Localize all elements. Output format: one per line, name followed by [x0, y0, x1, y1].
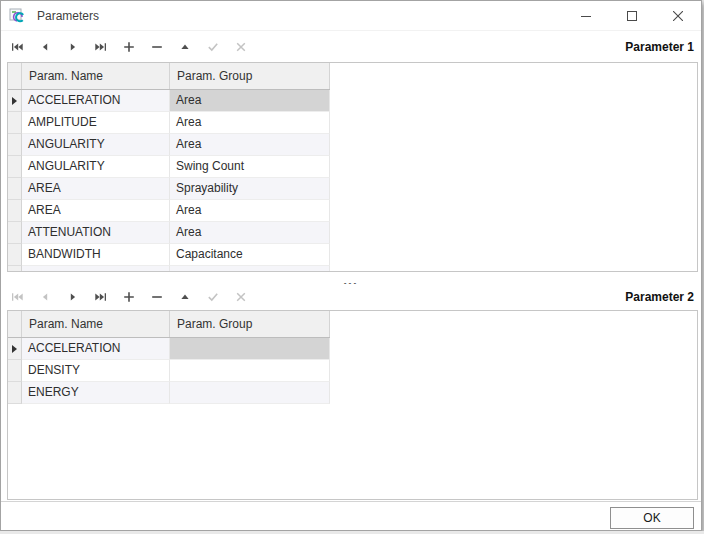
navigator-buttons	[1, 287, 257, 307]
current-row-arrow-icon	[12, 345, 17, 353]
cancel-button[interactable]	[229, 287, 253, 307]
last-button[interactable]	[89, 37, 113, 57]
param-name-cell[interactable]: AREA	[22, 178, 170, 200]
row-indicator	[8, 90, 22, 112]
table-row[interactable]: ACCELERATION	[8, 338, 330, 360]
grid-header: Param. Name Param. Group	[8, 311, 330, 338]
cancel-button[interactable]	[229, 37, 253, 57]
table-row[interactable]: AMPLITUDE Area	[8, 112, 330, 134]
first-button[interactable]	[5, 287, 29, 307]
row-indicator	[8, 112, 22, 134]
post-button[interactable]	[201, 287, 225, 307]
param-group-cell[interactable]: Capacitance	[170, 244, 330, 266]
table-row[interactable]: ATTENUATION Area	[8, 222, 330, 244]
param-group-cell[interactable]	[170, 382, 330, 404]
column-header-param-group[interactable]: Param. Group	[170, 311, 330, 337]
param-group-cell[interactable]: Area	[170, 200, 330, 222]
param-group-cell[interactable]: Sprayability	[170, 178, 330, 200]
maximize-button[interactable]	[609, 1, 655, 31]
next-button[interactable]	[61, 287, 85, 307]
table-row[interactable]: ENERGY	[8, 382, 330, 404]
app-icon	[9, 8, 25, 24]
panel-label-parameter-2: Parameter 2	[625, 290, 701, 304]
param-group-cell[interactable]: Area	[170, 222, 330, 244]
grid-header: Param. Name Param. Group	[8, 63, 330, 90]
param-name-cell[interactable]: AMPLITUDE	[22, 112, 170, 134]
param-name-cell[interactable]: DENSITY	[22, 360, 170, 382]
footer: OK	[1, 501, 701, 531]
table-row[interactable]: BANDWIDTH Capacitance	[8, 244, 330, 266]
param-name-cell[interactable]: ATTENUATION	[22, 222, 170, 244]
row-indicator	[8, 134, 22, 156]
post-button[interactable]	[201, 37, 225, 57]
last-button[interactable]	[89, 287, 113, 307]
titlebar[interactable]: Parameters	[1, 1, 701, 31]
column-header-param-group[interactable]: Param. Group	[170, 63, 330, 89]
param-name-cell[interactable]: BANDWIDTH	[22, 244, 170, 266]
indicator-header-cell	[8, 311, 22, 337]
splitter-handle[interactable]: •••	[1, 272, 701, 284]
next-button[interactable]	[61, 37, 85, 57]
param-name-cell[interactable]: ACCELERATION	[22, 338, 170, 360]
ok-button[interactable]: OK	[610, 507, 694, 529]
parameters-dialog: Parameters Parameter 1 Param. Name Param…	[0, 0, 702, 531]
partial-row	[8, 266, 330, 271]
navigator-buttons	[1, 37, 257, 57]
delete-button[interactable]	[145, 287, 169, 307]
minimize-button[interactable]	[563, 1, 609, 31]
panel-label-parameter-1: Parameter 1	[625, 40, 701, 54]
param-name-cell[interactable]: ACCELERATION	[22, 90, 170, 112]
grid-rows: ACCELERATION DENSITY ENERGY	[8, 338, 697, 404]
param-name-cell[interactable]: ANGULARITY	[22, 156, 170, 178]
table-row[interactable]: ACCELERATION Area	[8, 90, 330, 112]
row-indicator	[8, 382, 22, 404]
window-title: Parameters	[37, 1, 99, 31]
row-indicator	[8, 200, 22, 222]
param-group-cell[interactable]: Swing Count	[170, 156, 330, 178]
param-group-cell[interactable]	[170, 338, 330, 360]
edit-button[interactable]	[173, 287, 197, 307]
indicator-header-cell	[8, 63, 22, 89]
row-indicator	[8, 360, 22, 382]
first-button[interactable]	[5, 37, 29, 57]
row-indicator	[8, 338, 22, 360]
param-name-cell[interactable]: ANGULARITY	[22, 134, 170, 156]
prior-button[interactable]	[33, 37, 57, 57]
parameter-1-grid: Param. Name Param. Group ACCELERATION Ar…	[7, 62, 698, 272]
param-name-cell[interactable]: ENERGY	[22, 382, 170, 404]
insert-button[interactable]	[117, 287, 141, 307]
grid-rows: ACCELERATION Area AMPLITUDE Area ANGULAR…	[8, 90, 697, 266]
param-group-cell[interactable]	[170, 360, 330, 382]
parameter-2-grid: Param. Name Param. Group ACCELERATION DE…	[7, 310, 698, 500]
column-header-param-name[interactable]: Param. Name	[22, 311, 170, 337]
param-group-cell[interactable]: Area	[170, 112, 330, 134]
table-row[interactable]: AREA Area	[8, 200, 330, 222]
table-row[interactable]: AREA Sprayability	[8, 178, 330, 200]
insert-button[interactable]	[117, 37, 141, 57]
toolbar-parameter-2: Parameter 2	[1, 284, 701, 310]
column-header-param-name[interactable]: Param. Name	[22, 63, 170, 89]
delete-button[interactable]	[145, 37, 169, 57]
param-group-cell[interactable]: Area	[170, 134, 330, 156]
window-controls	[563, 1, 701, 31]
row-indicator	[8, 244, 22, 266]
table-row[interactable]: DENSITY	[8, 360, 330, 382]
prior-button[interactable]	[33, 287, 57, 307]
param-group-cell[interactable]: Area	[170, 90, 330, 112]
table-row[interactable]: ANGULARITY Area	[8, 134, 330, 156]
current-row-arrow-icon	[12, 97, 17, 105]
edit-button[interactable]	[173, 37, 197, 57]
param-name-cell[interactable]: AREA	[22, 200, 170, 222]
row-indicator	[8, 222, 22, 244]
close-button[interactable]	[655, 1, 701, 31]
row-indicator	[8, 156, 22, 178]
toolbar-parameter-1: Parameter 1	[1, 32, 701, 61]
table-row[interactable]: ANGULARITY Swing Count	[8, 156, 330, 178]
row-indicator	[8, 178, 22, 200]
